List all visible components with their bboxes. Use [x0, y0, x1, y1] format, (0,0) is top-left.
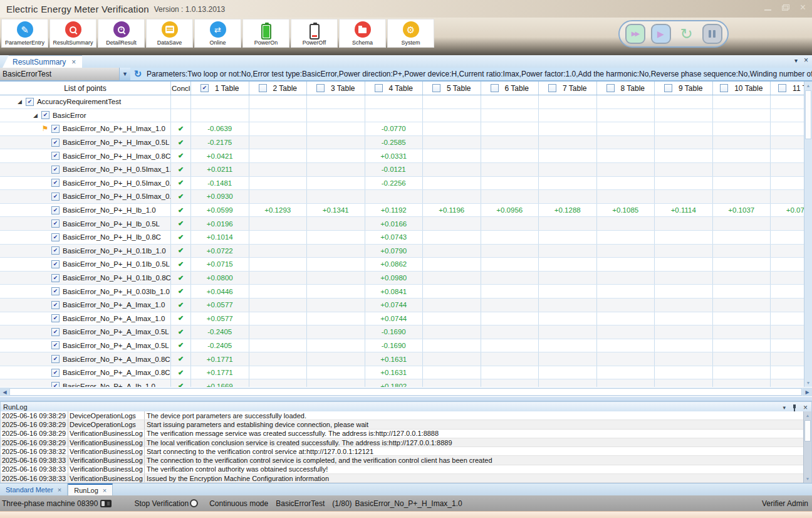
tree-node-checkbox[interactable]: ✔: [51, 193, 60, 201]
tree-node-checkbox[interactable]: ✔: [51, 260, 60, 268]
column-header-table[interactable]: 8 Table: [597, 82, 655, 95]
toolbar-button-datasave[interactable]: DataSave: [146, 19, 193, 48]
dropdown-arrow-icon[interactable]: ▼: [119, 68, 130, 80]
test-type-dropdown[interactable]: BasicErrorTest ▼: [0, 68, 130, 80]
table-row[interactable]: ✔BasicError_No_P+_A_Imax_0.5L ✔ -0.2405-…: [0, 325, 812, 339]
pause-button[interactable]: [702, 24, 722, 44]
tree-node-checkbox[interactable]: ✔: [51, 314, 60, 322]
scroll-right-icon[interactable]: ▶: [803, 388, 812, 396]
tree-node-checkbox[interactable]: ✔: [51, 179, 60, 187]
tree-node-checkbox[interactable]: ✔: [51, 369, 60, 377]
grid-vertical-scrollbar[interactable]: ▲ ▼: [804, 82, 812, 387]
column-header-table[interactable]: 10 Table: [713, 82, 771, 95]
loop-button[interactable]: ↻: [677, 24, 697, 44]
tree-node-checkbox[interactable]: ✔: [51, 341, 60, 349]
tab-runlog-close-icon[interactable]: ×: [103, 487, 107, 494]
close-icon[interactable]: ×: [800, 3, 806, 12]
grid-horizontal-scrollbar[interactable]: ◀ ▶: [0, 387, 812, 396]
tree-node-checkbox[interactable]: ✔: [51, 287, 60, 295]
play-button[interactable]: ▶: [651, 24, 671, 44]
table-row[interactable]: ✔BasicError_No_P+_A_Imax_0.8C ✔ +0.1771+…: [0, 352, 812, 366]
log-row[interactable]: 2025-06-16 09:38:29 VerificationBusiness…: [1, 438, 811, 447]
runlog-close-icon[interactable]: ×: [803, 403, 808, 412]
runlog-vscroll-thumb[interactable]: [804, 420, 811, 441]
scroll-up-icon[interactable]: ▲: [804, 82, 812, 90]
table-row[interactable]: ✔BasicError_No_P+_H_0.03Ib_1.0 ✔ +0.0446…: [0, 285, 812, 299]
pin-icon[interactable]: [792, 404, 797, 411]
tree-node-checkbox[interactable]: ✔: [51, 328, 60, 336]
toolbar-button-detailresult[interactable]: + DetailResult: [98, 19, 145, 48]
tree-node-checkbox[interactable]: ✔: [51, 166, 60, 174]
table-column-checkbox[interactable]: [548, 84, 556, 92]
column-header-table[interactable]: 4 Table: [365, 82, 424, 95]
tree-expander-icon[interactable]: ◢: [18, 98, 22, 105]
scroll-left-icon[interactable]: ◀: [0, 388, 9, 396]
table-column-checkbox[interactable]: [664, 84, 672, 92]
table-column-checkbox[interactable]: [259, 84, 267, 92]
tab-resultsummary[interactable]: ResultSummary ×: [3, 55, 82, 68]
table-row[interactable]: ⚑✔BasicError_No_P+_H_Imax_1.0 ✔ -0.0639-…: [0, 122, 812, 136]
column-header-table[interactable]: ✔ 1 Table: [191, 82, 249, 95]
table-row[interactable]: ✔BasicError_No_P+_H_0.1Ib_1.0 ✔ +0.0722+…: [0, 245, 812, 258]
column-header-table[interactable]: 6 Table: [481, 82, 539, 95]
table-row[interactable]: ✔BasicError_No_P+_H_Ib_0.5L ✔ +0.0196+0.…: [0, 217, 812, 231]
tree-node-checkbox[interactable]: ✔: [51, 139, 60, 147]
table-column-checkbox[interactable]: ✔: [200, 84, 209, 92]
log-row[interactable]: 2025-06-16 09:38:29 VerificationBusiness…: [1, 430, 811, 438]
table-column-checkbox[interactable]: [491, 84, 499, 92]
fast-forward-button[interactable]: ▶▶: [625, 24, 645, 44]
table-row[interactable]: ✔BasicError_No_P+_A_Imax_0.8C ✔ +0.1771+…: [0, 366, 812, 380]
restore-icon[interactable]: [782, 4, 789, 11]
table-row[interactable]: ✔BasicError_No_P+_H_0.5Imax_0.8C ✔ +0.09…: [0, 190, 812, 204]
refresh-icon[interactable]: ↻: [130, 68, 145, 80]
table-row[interactable]: ◢✔BasicError: [0, 109, 812, 123]
tab-close-icon[interactable]: ×: [71, 58, 76, 66]
tree-node-checkbox[interactable]: ✔: [51, 219, 60, 228]
table-row[interactable]: ✔BasicError_No_P+_H_Ib_0.8C ✔ +0.1014+0.…: [0, 231, 812, 245]
tree-node-checkbox[interactable]: ✔: [51, 246, 60, 255]
column-header-table[interactable]: 5 Table: [423, 82, 481, 95]
tree-node-checkbox[interactable]: ✔: [51, 206, 60, 214]
tree-node-checkbox[interactable]: ✔: [41, 111, 49, 119]
toolbar-button-poweroff[interactable]: PowerOff: [291, 19, 338, 48]
table-row[interactable]: ✔BasicError_No_P+_A_Imax_1.0 ✔ +0.0577+0…: [0, 299, 812, 312]
minimize-icon[interactable]: [764, 9, 771, 11]
toolbar-button-online[interactable]: ⇄ Online: [194, 19, 241, 48]
tree-node-checkbox[interactable]: ✔: [26, 98, 34, 106]
table-row[interactable]: ✔BasicError_No_P+_H_0.5Imax_1.0 ✔ +0.021…: [0, 163, 812, 177]
runlog-vertical-scrollbar[interactable]: ▲ ▼: [803, 411, 811, 483]
log-row[interactable]: 2025-06-16 09:38:33 VerificationBusiness…: [1, 465, 811, 474]
column-header-table[interactable]: 2 Table: [249, 82, 308, 95]
log-row[interactable]: 2025-06-16 09:38:33 VerificationBusiness…: [1, 474, 811, 483]
tree-node-checkbox[interactable]: ✔: [51, 125, 60, 133]
table-row[interactable]: ✔BasicError_No_P+_A_Ib_1.0 ✔ +0.1669+0.1…: [0, 379, 812, 387]
grid-vscroll-thumb[interactable]: [805, 90, 811, 139]
tab-standard-meter-close-icon[interactable]: ×: [58, 486, 61, 494]
toolbar-button-system[interactable]: ⚙ System: [387, 19, 434, 48]
table-row[interactable]: ✔BasicError_No_P+_H_0.1Ib_0.5L ✔ +0.0715…: [0, 258, 812, 272]
column-header-table[interactable]: 3 Table: [307, 82, 365, 95]
tab-strip-close-icon[interactable]: ×: [804, 57, 808, 64]
log-row[interactable]: 2025-06-16 09:38:29 DeviceOperationLogs …: [1, 420, 811, 429]
tree-node-checkbox[interactable]: ✔: [51, 355, 60, 363]
scroll-down-icon[interactable]: ▼: [804, 379, 812, 387]
tree-node-checkbox[interactable]: ✔: [51, 382, 60, 387]
log-row[interactable]: 2025-06-16 09:38:29 DeviceOperationLogs …: [1, 411, 811, 420]
table-column-checkbox[interactable]: [375, 84, 383, 92]
column-header-table[interactable]: 9 Table: [655, 82, 713, 95]
tree-expander-icon[interactable]: ◢: [33, 112, 38, 119]
tab-list-dropdown-icon[interactable]: ▾: [794, 57, 798, 64]
tree-node-checkbox[interactable]: ✔: [51, 301, 60, 309]
table-column-checkbox[interactable]: [778, 84, 786, 92]
table-column-checkbox[interactable]: [432, 84, 440, 92]
tab-runlog[interactable]: RunLog ×: [68, 484, 113, 495]
table-row[interactable]: ✔BasicError_No_P+_H_Imax_0.5L ✔ -0.2175-…: [0, 136, 812, 150]
table-row[interactable]: ✔BasicError_No_P+_A_Imax_1.0 ✔ +0.0577+0…: [0, 312, 812, 326]
toolbar-button-parameterentry[interactable]: ✎ ParameterEntry: [1, 19, 48, 48]
table-row[interactable]: ◢✔AccuracyRequirementTest: [0, 95, 812, 109]
toolbar-button-schema[interactable]: Schema: [339, 19, 386, 48]
table-row[interactable]: ✔BasicError_No_P+_H_0.5Imax_0.5L ✔ -0.14…: [0, 177, 812, 191]
toolbar-button-poweron[interactable]: PowerOn: [242, 19, 289, 48]
table-row[interactable]: ✔BasicError_No_P+_A_Imax_0.5L ✔ -0.2405-…: [0, 339, 812, 353]
log-row[interactable]: 2025-06-16 09:38:33 VerificationBusiness…: [1, 456, 811, 465]
